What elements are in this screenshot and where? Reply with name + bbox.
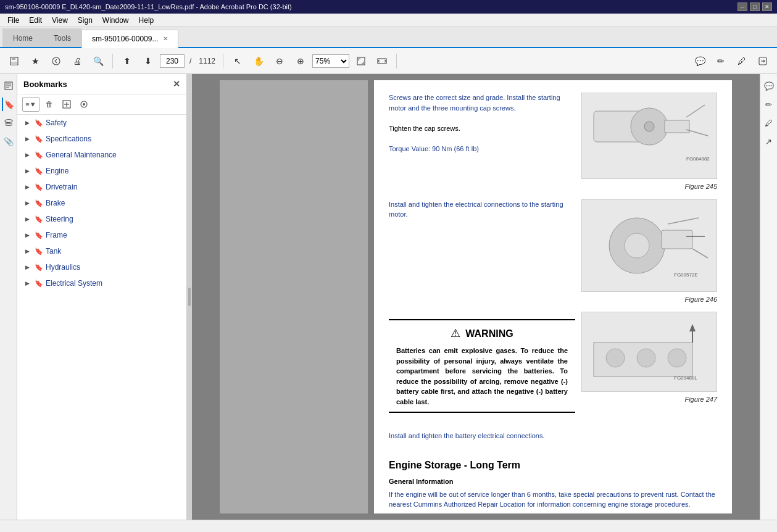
content-row-3: ⚠ WARNING Batteries can emit explosive g… [389, 312, 717, 441]
menu-window[interactable]: Window [98, 15, 134, 26]
bookmark-frame[interactable]: ▶ 🔖 Frame [17, 227, 186, 243]
svg-rect-5 [378, 59, 386, 64]
svg-point-22 [644, 122, 654, 131]
bookmark-steering[interactable]: ▶ 🔖 Steering [17, 211, 186, 227]
figure245-container: FG004882 Figure 245 [581, 93, 717, 192]
content-text-1: Screws are the correct size and grade. I… [389, 93, 575, 192]
bookmark-icon-tank: 🔖 [35, 247, 43, 256]
nav-pages-icon[interactable] [2, 79, 15, 93]
pen-button[interactable]: ✏ [712, 52, 730, 70]
content-row-2: Install and tighten the electrical conne… [389, 199, 717, 305]
zoom-select[interactable]: 75% 50% 100% 125% 150% [312, 54, 349, 68]
nav-bookmarks-icon[interactable]: 🔖 [2, 98, 15, 111]
fit-width-button[interactable] [373, 52, 391, 70]
menu-edit[interactable]: Edit [24, 15, 47, 26]
bookmark-label-engine: Engine [46, 167, 69, 175]
bookmark-electrical[interactable]: ▶ 🔖 Electrical System [17, 275, 186, 291]
expand-icon-brake[interactable]: ▶ [22, 198, 32, 208]
bookmark-general-maintenance[interactable]: ▶ 🔖 General Maintenance [17, 147, 186, 163]
minimize-button[interactable]: ─ [738, 2, 747, 11]
expand-icon-hydraulics[interactable]: ▶ [22, 262, 32, 272]
page-thumbnail [220, 80, 368, 513]
bookmark-brake[interactable]: ▶ 🔖 Brake [17, 195, 186, 211]
bookmark-delete-button[interactable]: 🗑 [42, 97, 57, 112]
zoom-in-button[interactable]: ⊕ [291, 52, 310, 70]
expand-icon-steering[interactable]: ▶ [22, 214, 32, 224]
search-button[interactable]: 🔍 [89, 52, 107, 70]
right-icon-strip: 💬 ✏ 🖊 ↗ [760, 74, 777, 520]
zoom-out-button[interactable]: ⊖ [270, 52, 289, 70]
page-down-button[interactable]: ⬇ [139, 52, 157, 70]
bookmark-safety[interactable]: ▶ 🔖 Safety [17, 115, 186, 131]
bookmark-label-steering: Steering [46, 215, 73, 223]
menu-file[interactable]: File [2, 15, 24, 26]
comment-button[interactable]: 💬 [691, 52, 709, 70]
bookmark-icon-spec: 🔖 [35, 135, 43, 143]
fit-page-button[interactable] [352, 52, 370, 70]
share-button[interactable] [754, 52, 772, 70]
expand-icon-drivetrain[interactable]: ▶ [22, 182, 32, 192]
left-icon-strip: 🔖 📎 [0, 74, 17, 520]
expand-icon-gm[interactable]: ▶ [22, 150, 32, 160]
sidebar-splitter[interactable] [187, 74, 192, 520]
splitter-handle [188, 288, 191, 306]
cursor-tool-button[interactable]: ↖ [228, 52, 247, 70]
bookmark-specifications[interactable]: ▶ 🔖 Specifications [17, 131, 186, 147]
svg-rect-4 [357, 57, 365, 65]
navigate-back-button[interactable] [47, 52, 65, 70]
menu-help[interactable]: Help [134, 15, 159, 26]
content-text-2: Install and tighten the electrical conne… [389, 199, 575, 305]
warning-text: Batteries can emit explosive gases. To r… [396, 346, 568, 407]
content-text-3: ⚠ WARNING Batteries can emit explosive g… [389, 312, 575, 441]
svg-point-16 [83, 103, 85, 106]
svg-line-27 [668, 218, 699, 224]
sidebar-header: Bookmarks ✕ [17, 74, 186, 94]
expand-icon-electrical[interactable]: ▶ [22, 278, 32, 288]
expand-icon[interactable]: ▶ [22, 118, 32, 128]
sidebar-close-button[interactable]: ✕ [173, 79, 180, 89]
tab-close-button[interactable]: ✕ [163, 35, 168, 42]
svg-point-3 [52, 57, 60, 65]
warning-title: WARNING [465, 326, 513, 341]
menu-view[interactable]: View [47, 15, 73, 26]
expand-icon-tank[interactable]: ▶ [22, 246, 32, 256]
maximize-button[interactable]: □ [750, 2, 760, 11]
bookmark-properties-button[interactable] [77, 97, 91, 112]
right-comment-icon[interactable]: 💬 [762, 79, 776, 93]
right-share-icon[interactable]: ↗ [762, 135, 776, 148]
tab-home[interactable]: Home [2, 28, 43, 47]
print-button[interactable]: 🖨 [68, 52, 86, 70]
close-button[interactable]: ✕ [762, 2, 772, 11]
highlight-button[interactable]: 🖊 [733, 52, 751, 70]
bookmark-label-drivetrain: Drivetrain [46, 183, 77, 191]
bookmark-hydraulics[interactable]: ▶ 🔖 Hydraulics [17, 259, 186, 275]
sidebar-toolbar: ≡▼ 🗑 [17, 94, 186, 115]
bookmark-tank[interactable]: ▶ 🔖 Tank [17, 243, 186, 259]
svg-rect-1 [12, 57, 15, 60]
bookmark-drivetrain[interactable]: ▶ 🔖 Drivetrain [17, 179, 186, 195]
expand-icon-engine[interactable]: ▶ [22, 166, 32, 176]
bookmark-view-dropdown[interactable]: ≡▼ [22, 97, 39, 112]
bookmark-engine[interactable]: ▶ 🔖 Engine [17, 163, 186, 179]
warning-header: ⚠ WARNING [396, 325, 568, 342]
right-pen-icon[interactable]: ✏ [762, 98, 776, 111]
tab-tools[interactable]: Tools [43, 28, 81, 47]
right-highlight-icon[interactable]: 🖊 [762, 116, 776, 130]
svg-rect-32 [606, 349, 625, 367]
bookmark-new-button[interactable] [59, 97, 74, 112]
expand-icon-frame[interactable]: ▶ [22, 230, 32, 240]
tab-tools-label: Tools [54, 34, 71, 43]
save-button[interactable] [5, 52, 23, 70]
expand-icon-spec[interactable]: ▶ [22, 134, 32, 144]
page-number-input[interactable] [160, 54, 185, 68]
bookmark-add-button[interactable]: ★ [26, 52, 44, 70]
page-up-button[interactable]: ⬆ [118, 52, 136, 70]
page-area[interactable]: Screws are the correct size and grade. I… [192, 74, 760, 520]
window-controls[interactable]: ─ □ ✕ [738, 2, 772, 11]
hand-tool-button[interactable]: ✋ [249, 52, 268, 70]
status-bar [0, 520, 777, 532]
menu-sign[interactable]: Sign [73, 15, 98, 26]
nav-attachments-icon[interactable]: 📎 [2, 135, 15, 148]
nav-layers-icon[interactable] [2, 116, 15, 130]
tab-document[interactable]: sm-950106-00009... ✕ [81, 30, 178, 48]
